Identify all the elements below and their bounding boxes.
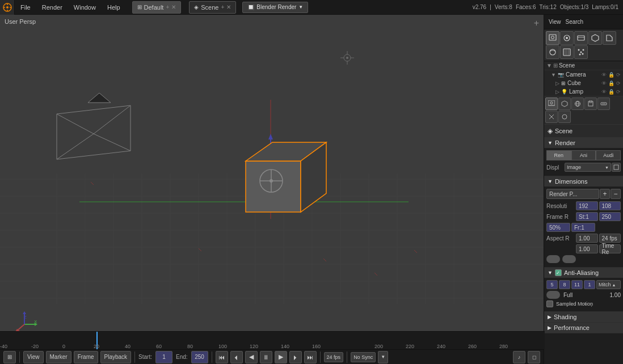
- fps-display[interactable]: 24 fps: [324, 352, 344, 362]
- obj-props-icon2[interactable]: [584, 98, 597, 110]
- preset-remove-btn[interactable]: −: [611, 189, 621, 199]
- aa-val-1[interactable]: 1: [584, 280, 595, 289]
- viewport-container: User Persp + ⊞ View Select Add Object 🔲 …: [0, 15, 544, 364]
- material-props-icon2[interactable]: [558, 111, 571, 123]
- tl-playback-menu[interactable]: Playback: [100, 351, 132, 363]
- resolution-pct-field[interactable]: 50%: [546, 223, 570, 232]
- scene-props-icon2[interactable]: [558, 98, 571, 110]
- properties-panel: View Search: [544, 15, 623, 364]
- aspect-fps-field[interactable]: 24 fps: [599, 234, 621, 243]
- modifier-properties-btn[interactable]: [603, 31, 616, 45]
- render-properties-btn[interactable]: [546, 31, 559, 45]
- display-dropdown[interactable]: Image ▼: [565, 163, 611, 172]
- engine-name: Blender Render: [256, 4, 296, 10]
- scene-properties-btn[interactable]: [560, 31, 574, 45]
- frame-rate-field[interactable]: Fr:1: [571, 223, 595, 232]
- jump-end-btn[interactable]: ⏭: [304, 351, 317, 363]
- object-properties-btn[interactable]: [588, 31, 602, 45]
- dimensions-header[interactable]: ▼ Dimensions: [544, 176, 623, 187]
- play-btn[interactable]: ▶: [275, 351, 287, 363]
- frame-drop-btn[interactable]: ◻: [528, 351, 540, 363]
- play-reverse-btn[interactable]: ◀: [245, 351, 258, 363]
- sampled-motion-checkbox[interactable]: [546, 300, 553, 307]
- performance-header[interactable]: ▶ Performance: [544, 323, 623, 333]
- tl-view-menu[interactable]: View: [23, 351, 44, 363]
- render-engine-dropdown[interactable]: 🔲 Blender Render ▼: [242, 2, 308, 13]
- aa-val-5[interactable]: 5: [546, 280, 558, 289]
- menu-window[interactable]: Window: [68, 0, 102, 14]
- full-toggle[interactable]: [546, 291, 560, 299]
- world-properties-btn[interactable]: [574, 31, 588, 45]
- display-extra-btn[interactable]: [612, 163, 621, 172]
- aspect-x-field[interactable]: 1.00: [576, 234, 598, 243]
- lamp-outliner-item[interactable]: Lamp: [569, 88, 583, 95]
- menu-file[interactable]: File: [15, 0, 36, 14]
- aspect-y-field[interactable]: 1.00: [576, 244, 598, 253]
- jump-start-btn[interactable]: ⏮: [216, 351, 228, 363]
- render-tab-anim[interactable]: Ani: [571, 150, 596, 160]
- panel-view-btn[interactable]: View: [546, 18, 563, 26]
- shading-title: Shading: [554, 314, 576, 320]
- prev-frame-btn[interactable]: ⏴: [230, 351, 243, 363]
- render-props-icon[interactable]: [545, 98, 558, 110]
- workspace-tab-default[interactable]: ⊞ Default + ✕: [132, 1, 182, 14]
- world-props-icon2[interactable]: [571, 98, 584, 110]
- render-preset-field[interactable]: Render P...: [546, 189, 599, 199]
- texture-properties-btn[interactable]: [560, 45, 574, 59]
- tick-220: 220: [406, 344, 414, 349]
- particles-properties-btn[interactable]: [574, 45, 588, 59]
- aa-filter-dropdown[interactable]: Mitch ▲: [596, 280, 621, 289]
- render-section-header[interactable]: ▼ Render: [544, 138, 623, 148]
- render-section: ▼ Render Ren Ani Audi Displ Image: [544, 138, 623, 176]
- aa-val-11[interactable]: 11: [571, 280, 583, 289]
- render-tab-render[interactable]: Ren: [546, 150, 571, 160]
- menu-help[interactable]: Help: [102, 0, 126, 14]
- timeline-type-btn[interactable]: ⊞: [3, 351, 16, 363]
- audio-sync-btn[interactable]: ♪: [513, 351, 525, 363]
- toggle-1[interactable]: [546, 255, 560, 263]
- render-tab-audio[interactable]: Audi: [596, 150, 621, 160]
- timeline-control-bar: ⊞ View Marker Frame Playback Start: 1 En…: [0, 349, 544, 364]
- cube-outliner-item[interactable]: Cube: [567, 80, 581, 86]
- scene-name: Scene: [201, 4, 218, 11]
- tick-0: 0: [62, 344, 65, 349]
- resolution-y-field[interactable]: 108: [599, 201, 621, 210]
- 3d-viewport[interactable]: User Persp +: [0, 15, 544, 330]
- menu-render[interactable]: Render: [36, 0, 68, 14]
- frame-start-field[interactable]: St:1: [576, 212, 598, 221]
- render-arrow-icon: ▼: [548, 140, 553, 146]
- aa-val-8[interactable]: 8: [559, 280, 570, 289]
- timeline-scale[interactable]: -40 -20 0 20 40 60 80 100 120 140 160 20…: [0, 332, 545, 349]
- aa-header[interactable]: ▼ ✓ Anti-Aliasing: [544, 268, 623, 278]
- workspace-close-btn[interactable]: ✕: [171, 4, 176, 10]
- scene-tab[interactable]: ◈ Scene + ✕: [189, 1, 236, 14]
- data-props-icon[interactable]: [545, 111, 558, 123]
- shading-header[interactable]: ▶ Shading: [544, 312, 623, 322]
- time-remap-field[interactable]: Time Re: [599, 244, 621, 253]
- aa-enabled-checkbox[interactable]: ✓: [555, 269, 562, 276]
- sync-arrow-icon[interactable]: ▼: [378, 351, 388, 363]
- scene-close-btn[interactable]: ✕: [226, 4, 231, 10]
- sync-mode-btn[interactable]: No Sync: [351, 352, 376, 362]
- preset-add-btn[interactable]: +: [600, 189, 610, 199]
- camera-outliner-item[interactable]: Camera: [566, 71, 586, 78]
- end-frame-field[interactable]: 250: [191, 351, 208, 363]
- frame-end-field[interactable]: 250: [599, 212, 621, 221]
- material-properties-btn[interactable]: [546, 45, 559, 59]
- blender-logo[interactable]: [0, 0, 15, 15]
- scene-add-btn[interactable]: +: [221, 4, 224, 10]
- workspace-add-btn[interactable]: +: [166, 4, 169, 10]
- tl-frame-menu[interactable]: Frame: [74, 351, 98, 363]
- constraint-props-icon[interactable]: [597, 98, 610, 110]
- viewport-options-btn[interactable]: +: [534, 18, 539, 28]
- svg-point-73: [552, 36, 554, 39]
- stop-btn[interactable]: ⏸: [260, 351, 272, 363]
- resolution-x-field[interactable]: 192: [576, 201, 598, 210]
- toggle-2[interactable]: [562, 255, 576, 263]
- next-frame-btn[interactable]: ⏵: [289, 351, 302, 363]
- svg-point-87: [579, 54, 581, 56]
- frame-r-label: Frame R: [546, 214, 575, 220]
- tl-marker-menu[interactable]: Marker: [46, 351, 71, 363]
- panel-search-btn[interactable]: Search: [563, 18, 586, 26]
- start-frame-field[interactable]: 1: [155, 351, 172, 363]
